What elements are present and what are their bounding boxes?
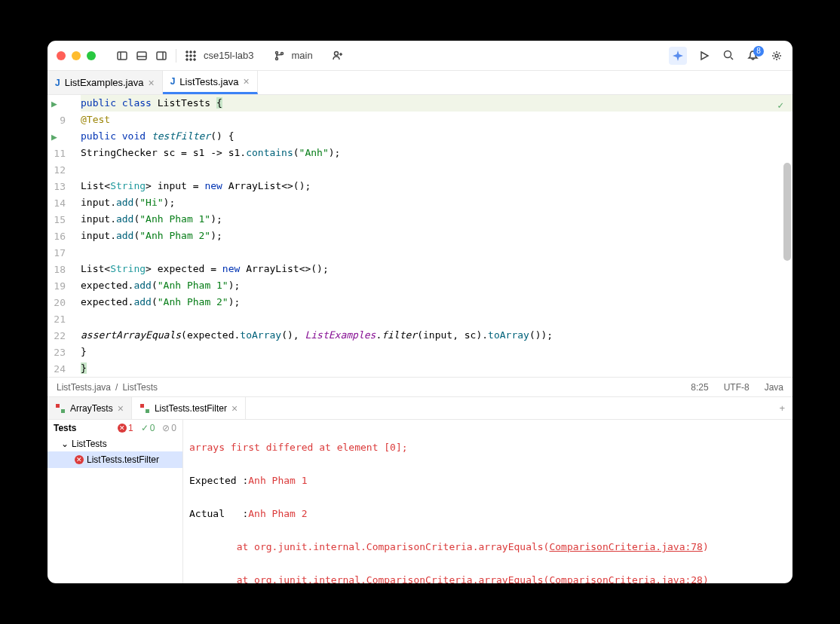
test-console[interactable]: arrays first differed at element [0]; Ex… — [183, 420, 792, 583]
tab-label: ListTests.java — [179, 76, 238, 87]
gutter: ▶ 9 ▶ 11 12 13 14 15 16 17 18 19 20 21 2… — [48, 95, 81, 377]
branch-name[interactable]: main — [292, 50, 313, 61]
svg-rect-4 — [157, 52, 166, 60]
tab-listexamples[interactable]: J ListExamples.java × — [48, 71, 163, 94]
run-icon[interactable] — [697, 49, 711, 63]
svg-point-7 — [190, 50, 192, 53]
svg-rect-2 — [137, 52, 146, 60]
svg-rect-0 — [118, 52, 127, 60]
panel-right-icon[interactable] — [155, 49, 168, 63]
titlebar: cse15l-lab3 main 8 — [48, 41, 792, 71]
notifications-icon[interactable]: 8 — [746, 49, 759, 63]
svg-line-22 — [731, 57, 733, 60]
tests-label: Tests — [54, 423, 76, 433]
test-case-node[interactable]: ✕ ListTests.testFilter — [48, 451, 182, 468]
svg-rect-25 — [61, 409, 65, 413]
svg-point-11 — [194, 54, 196, 57]
java-file-icon: J — [170, 76, 176, 87]
junit-icon — [55, 403, 66, 414]
apps-grid-icon[interactable] — [184, 49, 198, 63]
breadcrumb-file[interactable]: ListTests.java — [57, 382, 111, 393]
svg-rect-26 — [140, 404, 144, 408]
stack-link[interactable]: ComparisonCriteria.java:28 — [549, 574, 703, 583]
code-editor[interactable]: ▶ 9 ▶ 11 12 13 14 15 16 17 18 19 20 21 2… — [48, 95, 792, 377]
run-panel-tabs: ArrayTests × ListTests.testFilter × + — [48, 397, 792, 420]
settings-icon[interactable] — [770, 49, 783, 63]
svg-point-8 — [194, 50, 196, 53]
svg-point-15 — [275, 51, 277, 54]
project-name[interactable]: cse15l-lab3 — [204, 50, 254, 61]
traffic-lights — [57, 51, 96, 60]
branch-icon[interactable] — [272, 49, 286, 63]
add-run-config-icon[interactable]: + — [771, 397, 792, 419]
run-gutter-icon[interactable]: ▶ — [48, 131, 61, 142]
svg-point-16 — [275, 57, 277, 60]
tests-tree: Tests ✕1 ✓0 ⊘0 ⌄ ListTests ✕ ListTests.t… — [48, 420, 183, 583]
window-maximize-button[interactable] — [87, 51, 96, 60]
svg-point-10 — [190, 54, 192, 57]
fail-icon: ✕ — [75, 455, 84, 464]
stack-link[interactable]: ComparisonCriteria.java:78 — [549, 541, 703, 552]
panel-left-icon[interactable] — [115, 49, 129, 63]
cursor-position[interactable]: 8:25 — [691, 382, 708, 393]
svg-rect-27 — [146, 409, 149, 413]
svg-point-21 — [724, 51, 731, 58]
tab-listtests[interactable]: J ListTests.java × — [163, 71, 258, 94]
run-gutter-icon[interactable]: ▶ — [48, 98, 61, 109]
search-icon[interactable] — [722, 49, 735, 63]
ide-window: cse15l-lab3 main 8 J ListExamples.java ×… — [48, 41, 792, 583]
window-close-button[interactable] — [57, 51, 66, 60]
add-user-icon[interactable] — [331, 49, 345, 63]
run-tab-listtests[interactable]: ListTests.testFilter × — [132, 397, 246, 419]
java-file-icon: J — [55, 78, 60, 88]
test-suite-node[interactable]: ⌄ ListTests — [48, 436, 182, 451]
vertical-scrollbar[interactable] — [783, 163, 791, 261]
run-panel: ArrayTests × ListTests.testFilter × + Te… — [48, 396, 792, 583]
svg-point-9 — [186, 54, 189, 57]
statusbar: ListTests.java / ListTests 8:25 UTF-8 Ja… — [48, 377, 792, 396]
panel-bottom-icon[interactable] — [135, 49, 149, 63]
svg-rect-24 — [56, 404, 60, 408]
analysis-ok-icon[interactable]: ✓ — [777, 99, 783, 111]
window-minimize-button[interactable] — [72, 51, 81, 60]
junit-icon — [139, 403, 150, 414]
svg-point-23 — [775, 54, 778, 57]
svg-point-6 — [186, 50, 189, 53]
notification-badge: 8 — [753, 46, 764, 57]
editor-tabs: J ListExamples.java × J ListTests.java × — [48, 71, 792, 95]
skipped-count[interactable]: ⊘0 — [162, 423, 176, 433]
ai-assistant-icon[interactable] — [669, 47, 687, 65]
language[interactable]: Java — [765, 382, 783, 393]
svg-point-18 — [334, 51, 338, 55]
close-icon[interactable]: × — [148, 77, 154, 89]
close-icon[interactable]: × — [118, 402, 124, 414]
svg-point-13 — [190, 58, 192, 60]
run-tab-label: ArrayTests — [70, 403, 113, 414]
chevron-down-icon: ⌄ — [61, 439, 69, 449]
close-icon[interactable]: × — [231, 402, 238, 414]
svg-point-14 — [194, 58, 196, 60]
encoding[interactable]: UTF-8 — [724, 382, 750, 393]
breadcrumb-class[interactable]: ListTests — [122, 382, 158, 393]
close-icon[interactable]: × — [243, 75, 249, 87]
run-tab-arraytests[interactable]: ArrayTests × — [48, 397, 132, 419]
tab-label: ListExamples.java — [65, 77, 144, 88]
failed-count[interactable]: ✕1 — [118, 423, 133, 433]
run-tab-label: ListTests.testFilter — [155, 403, 227, 414]
passed-count[interactable]: ✓0 — [141, 423, 155, 433]
code-area[interactable]: public class ListTests { @Test public vo… — [81, 95, 792, 377]
svg-point-12 — [186, 58, 189, 60]
